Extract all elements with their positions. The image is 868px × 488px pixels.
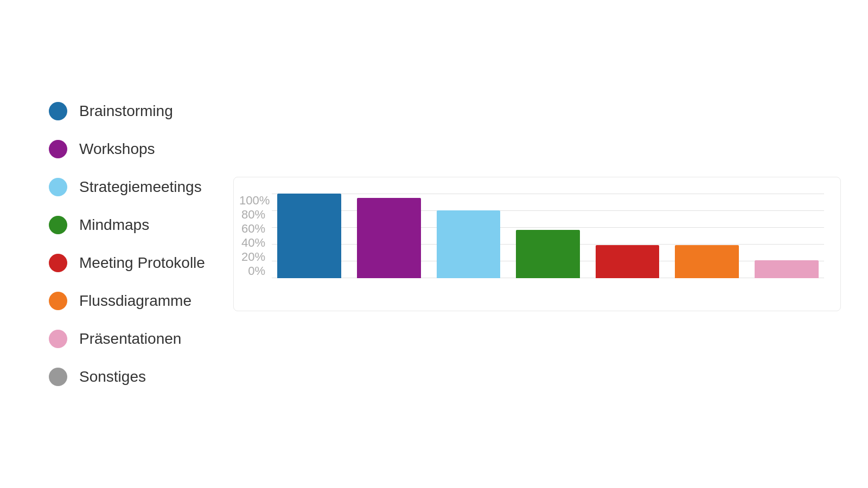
legend-label-flussdiagramme: Flussdiagramme xyxy=(79,292,192,310)
bar-flussdiagramme xyxy=(675,245,739,278)
legend-label-sonstiges: Sonstiges xyxy=(79,368,146,386)
bar-wrapper-prasentationen xyxy=(749,194,824,278)
bar-workshops xyxy=(357,198,421,278)
legend-item-meeting-protokolle: Meeting Protokolle xyxy=(49,254,233,272)
legend-dot-sonstiges xyxy=(49,368,67,386)
legend-label-strategiemeetings: Strategiemeetings xyxy=(79,178,202,196)
y-label: 60% xyxy=(239,222,272,236)
legend-dot-workshops xyxy=(49,140,67,158)
y-label: 100% xyxy=(239,194,272,208)
bar-wrapper-brainstorming xyxy=(272,194,347,278)
y-label: 0% xyxy=(239,264,272,278)
legend-dot-strategiemeetings xyxy=(49,178,67,196)
bar-brainstorming xyxy=(277,194,341,278)
bar-wrapper-flussdiagramme xyxy=(669,194,745,278)
bar-prasentationen xyxy=(755,260,819,278)
legend-dot-prasentationen xyxy=(49,330,67,348)
legend-dot-brainstorming xyxy=(49,102,67,120)
main-container: BrainstormingWorkshopsStrategiemeetingsM… xyxy=(27,22,841,466)
bar-wrapper-workshops xyxy=(352,194,427,278)
legend-label-meeting-protokolle: Meeting Protokolle xyxy=(79,254,205,272)
legend-item-sonstiges: Sonstiges xyxy=(49,368,233,386)
chart-legend: BrainstormingWorkshopsStrategiemeetingsM… xyxy=(27,102,233,386)
legend-dot-flussdiagramme xyxy=(49,292,67,310)
legend-item-prasentationen: Präsentationen xyxy=(49,330,233,348)
bar-wrapper-meeting-protokolle xyxy=(590,194,665,278)
y-axis: 0%20%40%60%80%100% xyxy=(239,194,272,300)
bar-strategiemeetings xyxy=(437,210,501,278)
legend-dot-meeting-protokolle xyxy=(49,254,67,272)
bar-meeting-protokolle xyxy=(596,245,660,278)
legend-dot-mindmaps xyxy=(49,216,67,234)
legend-label-prasentationen: Präsentationen xyxy=(79,330,181,348)
legend-item-strategiemeetings: Strategiemeetings xyxy=(49,178,233,196)
y-label: 20% xyxy=(239,250,272,264)
legend-item-brainstorming: Brainstorming xyxy=(49,102,233,120)
legend-label-brainstorming: Brainstorming xyxy=(79,102,173,120)
legend-label-mindmaps: Mindmaps xyxy=(79,216,149,234)
legend-label-workshops: Workshops xyxy=(79,140,155,158)
bar-wrapper-strategiemeetings xyxy=(431,194,506,278)
bar-wrapper-mindmaps xyxy=(510,194,586,278)
legend-item-workshops: Workshops xyxy=(49,140,233,158)
y-label: 40% xyxy=(239,236,272,250)
legend-item-mindmaps: Mindmaps xyxy=(49,216,233,234)
y-label: 80% xyxy=(239,208,272,222)
legend-item-flussdiagramme: Flussdiagramme xyxy=(49,292,233,310)
bars-container xyxy=(272,194,824,300)
chart-area: 0%20%40%60%80%100% xyxy=(233,177,841,311)
chart-plot xyxy=(272,194,824,300)
chart-inner: 0%20%40%60%80%100% xyxy=(239,194,824,300)
bar-mindmaps xyxy=(516,230,580,278)
